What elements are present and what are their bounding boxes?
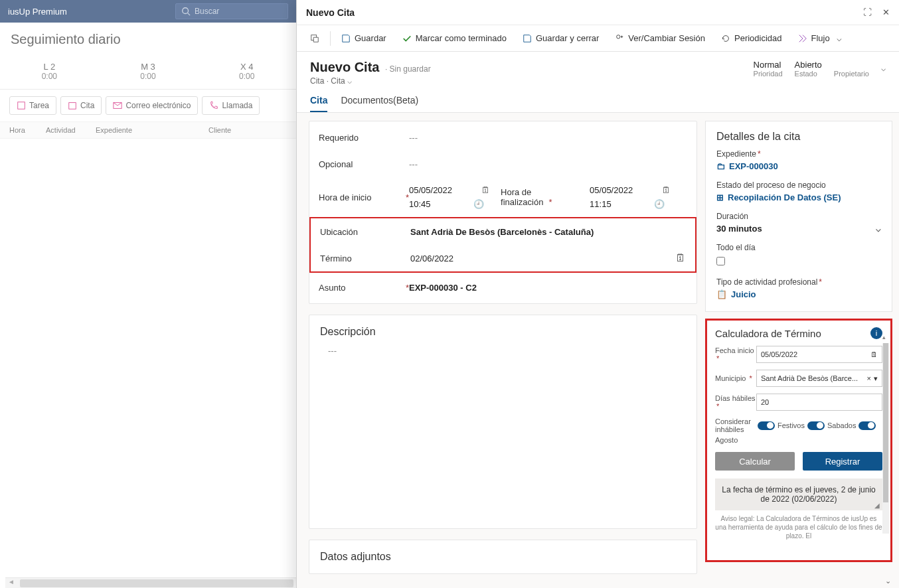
status-field[interactable]: AbiertoEstado	[795, 60, 822, 78]
descripcion-card: Descripción ---	[309, 315, 697, 529]
session-icon	[615, 34, 624, 43]
start-time-input[interactable]: 10:45🕘	[409, 199, 490, 209]
asunto-value: EXP-000030 - C2	[409, 280, 687, 295]
calendar-icon: 🗓	[481, 185, 490, 195]
recurrence-icon	[721, 34, 730, 43]
descripcion-heading: Descripción	[309, 318, 696, 342]
flow-icon	[798, 34, 807, 43]
calendar-icon[interactable]: 🗓	[675, 252, 686, 264]
term-calculator-card: Calculadora de Término i Fecha inicio * …	[705, 319, 892, 562]
termino-value: 02/06/2022	[410, 251, 675, 266]
form-column: Requerido --- Opcional --- Hora de inici…	[299, 115, 705, 588]
tab-bar: Cita Documentos(Beta)	[297, 86, 899, 113]
registrar-button[interactable]: Registrar	[803, 452, 882, 471]
toggle-festivos[interactable]	[758, 421, 775, 430]
estado-link[interactable]: ⊞Recopilación De Datos (SE)	[716, 192, 881, 202]
clock-icon: 🕘	[654, 199, 665, 209]
resize-handle-icon[interactable]: ◢	[874, 502, 880, 509]
tab-documentos[interactable]: Documentos(Beta)	[341, 95, 418, 112]
folder-icon: 🗀	[716, 161, 725, 171]
panel-title: Nuevo Cita	[306, 7, 355, 18]
duracion-select[interactable]: 30 minutos⌵	[716, 224, 881, 234]
chevron-down-icon: ⌵	[347, 76, 352, 86]
calc-scrollbar[interactable]	[882, 343, 889, 534]
save-close-button[interactable]: Guardar y cerrar	[516, 29, 606, 47]
highlighted-rows: Ubicación Sant Adrià De Besòs (Barcelonè…	[309, 217, 696, 273]
calc-dias-input[interactable]: 20	[756, 394, 882, 411]
record-header: Nuevo Cita · Sin guardar Cita · Cita ⌵ N…	[297, 52, 899, 86]
session-button[interactable]: Ver/Cambiar Sesión	[608, 29, 712, 47]
owner-field[interactable]: Propietario	[834, 60, 869, 78]
popout-button[interactable]	[303, 30, 326, 47]
calc-heading: Calculadora de Término	[715, 328, 821, 339]
end-time-input[interactable]: 11:15🕘	[590, 199, 671, 209]
clear-icon[interactable]: ×	[867, 374, 871, 382]
info-icon[interactable]: i	[870, 327, 882, 339]
chevron-down-icon: ⌵	[837, 33, 842, 43]
expand-icon[interactable]: ⛶	[863, 7, 872, 17]
type-label[interactable]: Cita	[331, 76, 345, 86]
row-ubicacion[interactable]: Ubicación Sant Adrià De Besòs (Barcelonè…	[311, 218, 695, 245]
save-icon	[341, 34, 351, 43]
calc-fecha-input[interactable]: 05/05/2022🗓	[756, 346, 882, 363]
recurrence-button[interactable]: Periodicidad	[714, 29, 789, 47]
calendar-icon: 🗓	[870, 350, 878, 358]
details-card: Detalles de la cita Expediente* 🗀EXP-000…	[705, 121, 892, 312]
check-icon	[402, 34, 412, 43]
record-heading: Nuevo Cita	[310, 60, 379, 74]
priority-field[interactable]: NormalPrioridad	[754, 60, 783, 78]
calcular-button[interactable]: Calcular	[715, 452, 795, 471]
mark-done-button[interactable]: Marcar como terminado	[396, 29, 513, 47]
chevron-down-icon[interactable]: ⌄	[885, 577, 891, 585]
row-hora-inicio: Hora de inicio* 05/05/2022🗓 10:45🕘 Hora …	[309, 177, 696, 217]
chevron-down-icon[interactable]: ⌵	[881, 60, 886, 73]
end-date-input[interactable]: 05/05/2022🗓	[590, 185, 671, 195]
side-column: Detalles de la cita Expediente* 🗀EXP-000…	[705, 115, 899, 588]
entity-label: Cita	[310, 76, 324, 86]
process-icon: ⊞	[716, 192, 724, 202]
tab-cita[interactable]: Cita	[310, 95, 327, 112]
command-bar: Guardar Marcar como terminado Guardar y …	[297, 25, 899, 52]
tipo-link[interactable]: 📋Juicio	[716, 289, 881, 299]
calendar-icon: 🗓	[662, 185, 671, 195]
activity-icon: 📋	[716, 289, 727, 299]
adjuntos-card: Datos adjuntos	[309, 540, 697, 574]
save-close-icon	[523, 34, 532, 43]
new-appointment-panel: Nuevo Cita ⛶ ✕ Guardar Marcar como termi…	[296, 0, 899, 588]
popout-icon	[310, 34, 319, 43]
row-termino[interactable]: Término 02/06/2022 🗓	[311, 245, 695, 271]
modal-overlay	[0, 0, 296, 588]
toggle-agosto[interactable]	[858, 421, 876, 430]
svg-point-6	[617, 35, 620, 38]
row-opcional[interactable]: Opcional ---	[309, 151, 696, 177]
calc-result: La fecha de término es el jueves, 2 de j…	[715, 478, 882, 510]
flow-button[interactable]: Flujo⌵	[791, 29, 849, 47]
panel-titlebar: Nuevo Cita ⛶ ✕	[297, 0, 899, 25]
start-date-input[interactable]: 05/05/2022🗓	[409, 185, 490, 195]
adjuntos-heading: Datos adjuntos	[309, 543, 696, 567]
ubicacion-value: Sant Adrià De Besòs (Barcelonès - Catalu…	[410, 224, 686, 240]
save-button[interactable]: Guardar	[335, 29, 393, 47]
background-app: iusUp Premium Buscar Seguimiento diario …	[0, 0, 296, 588]
calc-municipio-select[interactable]: Sant Adrià De Besòs (Barce...×▾	[756, 370, 882, 387]
allday-checkbox[interactable]	[716, 257, 725, 265]
unsaved-label: · Sin guardar	[385, 64, 431, 74]
legal-text: Aviso legal: La Calculadora de Términos …	[715, 514, 882, 540]
descripcion-value[interactable]: ---	[309, 342, 696, 522]
details-heading: Detalles de la cita	[716, 131, 881, 143]
calc-toggles: Considerar inhábiles Festivos Sabados Ag…	[715, 417, 882, 444]
clock-icon: 🕘	[473, 199, 484, 209]
row-asunto[interactable]: Asunto* EXP-000030 - C2	[309, 274, 696, 301]
chevron-down-icon: ▾	[874, 374, 878, 382]
close-icon[interactable]: ✕	[882, 7, 890, 17]
row-requerido[interactable]: Requerido ---	[309, 124, 696, 151]
toggle-sabados[interactable]	[807, 421, 825, 430]
main-form-card: Requerido --- Opcional --- Hora de inici…	[309, 121, 697, 304]
expediente-link[interactable]: 🗀EXP-000030	[716, 161, 881, 171]
chevron-down-icon: ⌵	[876, 224, 881, 234]
